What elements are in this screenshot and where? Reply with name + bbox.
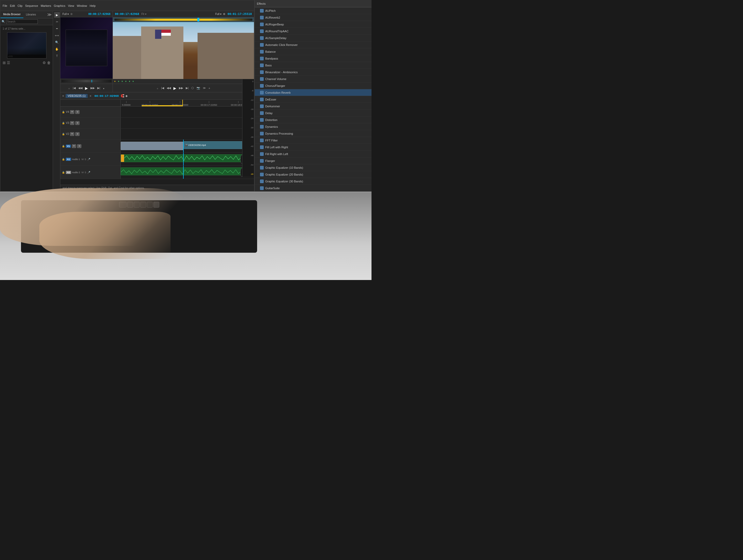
effect-item-delay[interactable]: 🎵 Delay	[255, 110, 372, 117]
effect-item-fftfilter[interactable]: 🎵 FFT Filter	[255, 137, 372, 144]
effect-icon-fillright: 🎵	[260, 152, 264, 156]
btn-play-source[interactable]: ▶	[84, 86, 89, 91]
track-settings-v2[interactable]: ⚙	[75, 132, 80, 136]
effect-item-fillright[interactable]: 🎵 Fill Right with Left	[255, 150, 372, 158]
btn-settings-pgm[interactable]: ≫	[202, 86, 207, 90]
btn-step-back-pgm[interactable]: ◀◀	[166, 86, 172, 90]
video-clip-main[interactable]: 🎬 VIDEO0258.mp4	[184, 141, 244, 149]
audio-clip-a1[interactable]	[121, 154, 244, 162]
btn-export-pgm[interactable]: ⬡	[190, 86, 195, 90]
tool-select[interactable]: ▶	[54, 12, 60, 18]
effect-item-graphic20[interactable]: 🎵 Graphic Equalizer (20 Bands)	[255, 171, 372, 178]
btn-play-pgm[interactable]: ▶	[173, 86, 177, 91]
menu-item-view[interactable]: View	[68, 4, 74, 7]
btn-add-mark[interactable]: ⬦	[156, 86, 159, 90]
btn-step-back[interactable]: ◀◀	[77, 86, 83, 90]
menu-item-help[interactable]: Help	[90, 4, 96, 7]
tool-zoom[interactable]: 🔍	[54, 39, 60, 45]
sequence-settings-icon[interactable]: ≡	[90, 94, 91, 97]
tool-ripple[interactable]: ⟺	[54, 33, 60, 38]
effect-item-bandpass[interactable]: 🎵 Bandpass	[255, 55, 372, 62]
effect-item-guitarsuite[interactable]: 🎵 GuitarSuite	[255, 185, 372, 191]
menu-item-clip[interactable]: Clip	[17, 4, 23, 7]
track-eye-v1[interactable]: 👁	[72, 144, 76, 148]
btn-step-fwd[interactable]: ▶▶	[90, 86, 95, 90]
btn-prev-edit-pgm[interactable]: |◀	[160, 86, 165, 90]
media-thumbnail[interactable]: 4:01	[7, 32, 46, 58]
menu-item-graphics[interactable]: Graphics	[54, 4, 65, 7]
track-s-a2[interactable]: S	[85, 171, 86, 174]
btn-mark-in[interactable]: ⬦	[68, 86, 71, 90]
track-eye-v2[interactable]: 👁	[70, 132, 74, 136]
track-m-a1[interactable]: M	[82, 158, 84, 161]
sequence-tab[interactable]: VIDEO0235 (1)	[65, 94, 88, 98]
track-content-a2	[121, 166, 254, 179]
timeline-tools: 🧲 ◆	[121, 94, 128, 98]
effect-item-dehummer[interactable]: 🎵 DeHummer	[255, 103, 372, 110]
effect-item-aurogerbeep[interactable]: 🎵 AURogerBeep	[255, 21, 372, 28]
effect-item-distortion[interactable]: 🎵 Distortion	[255, 117, 372, 123]
icon-list-view[interactable]: ⊞	[3, 60, 6, 65]
btn-next-edit-pgm[interactable]: ▶|	[185, 86, 189, 90]
icon-settings[interactable]: ⚙	[43, 60, 46, 65]
source-dropdown[interactable]: Full ▾	[62, 12, 69, 15]
fit-dropdown[interactable]: Fit ▾	[141, 12, 146, 15]
effect-item-dynamicsprocessing[interactable]: 🎵 Dynamics Processing	[255, 130, 372, 137]
effect-item-aupitch[interactable]: 🎵 AUPitch	[255, 7, 372, 14]
tool-cut[interactable]: ✂	[54, 19, 60, 25]
menu-item-file[interactable]: File	[3, 4, 7, 7]
panel-menu-icon[interactable]: ≫	[46, 11, 53, 18]
track-m-a2[interactable]: M	[82, 171, 84, 174]
effect-item-bass[interactable]: 🎵 Bass	[255, 62, 372, 69]
tool-pen[interactable]: ✒	[54, 26, 60, 32]
icon-delete[interactable]: 🗑	[47, 60, 51, 65]
video-clip-before[interactable]	[121, 142, 184, 150]
menu-item-edit[interactable]: Edit	[10, 4, 15, 7]
db-label-18: -18	[243, 108, 254, 111]
menu-item-sequence[interactable]: Sequence	[25, 4, 38, 7]
icon-marker[interactable]: ◆	[125, 94, 128, 98]
effect-item-dynamics[interactable]: 🎵 Dynamics	[255, 123, 372, 130]
track-eye-v4[interactable]: 👁	[70, 110, 74, 114]
tool-text[interactable]: T	[54, 53, 60, 59]
timeline-menu-icon[interactable]: ≡	[62, 94, 64, 97]
tab-libraries[interactable]: Libraries	[24, 11, 39, 18]
db-label-54: -54	[243, 164, 254, 166]
btn-camera-pgm[interactable]: 📷	[196, 86, 201, 90]
effect-item-autoclick[interactable]: 🎵 Automatic Click Remover	[255, 41, 372, 48]
track-settings-v4[interactable]: ⚙	[75, 110, 80, 114]
effect-item-binauralizer[interactable]: 🎵 Binauralizer - Ambisonics	[255, 69, 372, 76]
effect-item-graphic10[interactable]: 🎵 Graphic Equalizer (10 Bands)	[255, 164, 372, 171]
effect-item-graphic30[interactable]: 🎵 Graphic Equalizer (30 Bands)	[255, 178, 372, 185]
media-search-input[interactable]	[6, 19, 38, 24]
tab-media-browser[interactable]: Media Browser	[1, 11, 24, 18]
effect-item-chorusflanger[interactable]: 🎵 Chorus/Flanger	[255, 82, 372, 89]
track-s-a1[interactable]: S	[85, 158, 86, 161]
track-eye-v3[interactable]: 👁	[70, 121, 74, 125]
program-fit-dropdown[interactable]: Full ▾	[215, 12, 221, 15]
menu-item-window[interactable]: Window	[77, 4, 87, 7]
effect-item-ausampledelay[interactable]: 🎵 AUSampleDelay	[255, 35, 372, 41]
menu-item-markers[interactable]: Markers	[41, 4, 51, 7]
audio-clip-a2[interactable]	[121, 167, 244, 175]
icon-snap[interactable]: 🧲	[121, 94, 124, 98]
effect-item-deesser[interactable]: 🎵 DeEsser	[255, 96, 372, 103]
effects-panel: Effects 🎵 AUPitch 🎵 AUReverb2 🎵 AURogerB…	[255, 0, 372, 191]
effect-item-balance[interactable]: 🎵 Balance	[255, 48, 372, 55]
tool-hand[interactable]: ✋	[54, 46, 60, 52]
effect-item-fillleft[interactable]: 🎵 Fill Left with Right	[255, 144, 372, 150]
icon-grid-view[interactable]: ☰	[7, 60, 10, 65]
track-settings-v1[interactable]: ⚙	[77, 144, 81, 148]
effect-item-channelvol[interactable]: 🎵 Channel Volume	[255, 76, 372, 82]
effect-item-aureverb2[interactable]: 🎵 AUReverb2	[255, 14, 372, 21]
effect-icon-ausampledelay: 🎵	[260, 36, 264, 40]
track-settings-v3[interactable]: ⚙	[75, 121, 80, 125]
effect-item-auroundtrip[interactable]: 🎵 AURoundTripAAC	[255, 28, 372, 35]
effect-item-flanger[interactable]: 🎵 Flanger	[255, 158, 372, 164]
effect-item-convolution[interactable]: 🎵 Convolution Reverb	[255, 89, 372, 96]
btn-step-fwd-pgm[interactable]: ▶▶	[178, 86, 184, 90]
btn-prev-edit[interactable]: |◀	[72, 86, 76, 90]
btn-plus-pgm[interactable]: +	[208, 86, 211, 90]
btn-mark-out[interactable]: ⬧	[102, 86, 105, 90]
btn-next-edit[interactable]: ▶|	[96, 86, 101, 90]
